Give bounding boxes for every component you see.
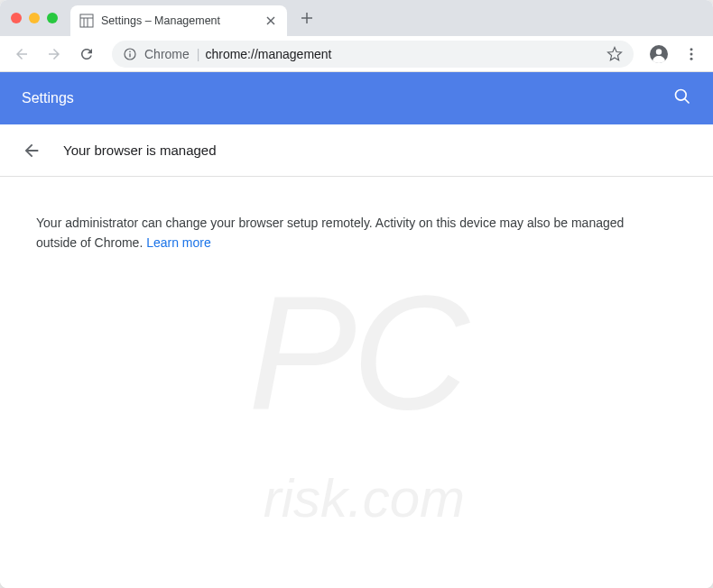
browser-tab[interactable]: Settings – Management — [70, 5, 287, 36]
svg-point-15 — [690, 57, 693, 60]
back-arrow-button[interactable] — [22, 141, 42, 161]
forward-button[interactable] — [40, 40, 69, 69]
menu-button[interactable] — [677, 40, 706, 69]
new-tab-button[interactable] — [294, 5, 319, 31]
svg-rect-10 — [129, 53, 130, 57]
content-area: Your browser is managed PC risk.com Your… — [0, 124, 713, 588]
watermark: PC risk.com — [248, 223, 465, 542]
back-button[interactable] — [7, 40, 36, 69]
browser-window: Settings – Management Chrome | chrome://… — [0, 0, 713, 588]
search-settings-button[interactable] — [673, 87, 691, 109]
site-info-icon[interactable] — [123, 47, 137, 61]
titlebar: Settings – Management — [0, 0, 713, 36]
svg-point-12 — [656, 49, 662, 54]
page-heading: Your browser is managed — [63, 142, 217, 158]
svg-point-9 — [129, 51, 131, 52]
tab-title: Settings – Management — [101, 14, 256, 27]
omnibox-prefix: Chrome — [144, 47, 190, 61]
omnibox-divider: | — [197, 47, 200, 61]
settings-title: Settings — [22, 90, 74, 106]
tab-favicon-icon — [79, 14, 94, 28]
window-close-button[interactable] — [11, 13, 22, 23]
svg-point-14 — [690, 52, 693, 55]
learn-more-link[interactable]: Learn more — [146, 235, 211, 250]
bookmark-star-icon[interactable] — [607, 46, 623, 62]
tab-close-button[interactable] — [264, 14, 278, 28]
address-bar[interactable]: Chrome | chrome://management — [112, 41, 634, 68]
description-text: Your administrator can change your brows… — [36, 216, 624, 250]
svg-line-17 — [685, 99, 690, 104]
window-minimize-button[interactable] — [29, 13, 40, 23]
svg-rect-0 — [80, 14, 93, 27]
management-description: Your administrator can change your brows… — [36, 213, 668, 253]
page-subheader: Your browser is managed — [0, 124, 713, 177]
omnibox-url: chrome://management — [205, 47, 331, 61]
toolbar: Chrome | chrome://management — [0, 36, 713, 72]
svg-point-16 — [676, 90, 687, 101]
traffic-lights — [11, 13, 58, 23]
reload-button[interactable] — [72, 40, 101, 69]
svg-point-13 — [690, 48, 693, 51]
settings-header: Settings — [0, 72, 713, 124]
window-maximize-button[interactable] — [47, 13, 58, 23]
profile-button[interactable] — [644, 40, 673, 69]
main-content: PC risk.com Your administrator can chang… — [0, 177, 713, 588]
